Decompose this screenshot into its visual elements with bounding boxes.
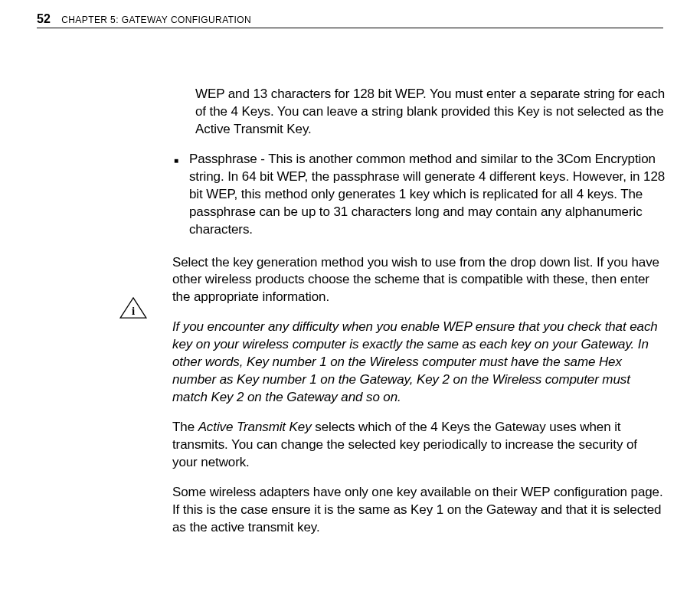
paragraph: Select the key generation method you wis… [172,254,666,307]
page-number: 52 [37,12,51,26]
chapter-part: ONFIGURATION [178,15,251,25]
bullet-marker-icon: ■ [172,151,178,239]
bullet-item: ■ Passphrase - This is another common me… [172,151,666,239]
chapter-title: CHAPTER 5: GATEWAY CONFIGURATION [61,15,251,25]
chapter-part: HAPTER [68,15,107,25]
page: 52 CHAPTER 5: GATEWAY CONFIGURATION i WE… [0,0,700,608]
paragraph: The Active Transmit Key selects which of… [172,419,666,472]
bullet-text: Passphrase - This is another common meth… [189,151,666,239]
paragraph: Some wireless adapters have only one key… [172,484,666,537]
text-run: The [172,420,198,434]
paragraph-continuation: WEP and 13 characters for 128 bit WEP. Y… [172,86,666,139]
body-content: WEP and 13 characters for 128 bit WEP. Y… [172,86,666,549]
page-header: 52 CHAPTER 5: GATEWAY CONFIGURATION [37,12,663,28]
info-icon: i [119,296,148,319]
chapter-part: C [168,15,178,25]
chapter-part: C [61,15,68,25]
svg-text:i: i [132,305,135,317]
info-icon-svg: i [119,296,148,319]
text-italic: Active Transmit Key [198,420,312,434]
chapter-part: 5: G [107,15,129,25]
chapter-part: ATEWAY [129,15,168,25]
note-paragraph: If you encounter any difficulty when you… [172,319,666,407]
